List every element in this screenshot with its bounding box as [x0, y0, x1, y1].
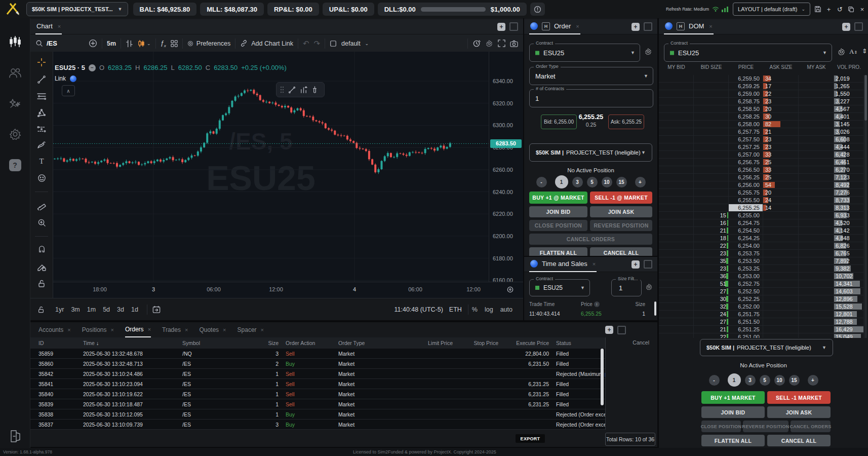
- range-5d[interactable]: 5d: [103, 306, 110, 313]
- my-bid-cell[interactable]: [659, 326, 694, 333]
- qty-preset-1[interactable]: 1: [555, 175, 568, 188]
- my-ask-cell[interactable]: [799, 280, 834, 287]
- cancel-all-button[interactable]: CANCEL ALL: [590, 247, 652, 256]
- ask-size-cell[interactable]: 25: [763, 174, 799, 181]
- close-icon[interactable]: ×: [148, 326, 151, 332]
- bid-size-cell[interactable]: 16: [694, 219, 729, 226]
- ask-size-cell[interactable]: 20: [763, 189, 799, 196]
- ladder-row[interactable]: 6,259.25171,265: [659, 83, 864, 90]
- sell-market-button[interactable]: SELL -1 @ MARKET: [590, 192, 652, 204]
- buy-market-button[interactable]: BUY +1 @ MARKET: [529, 192, 587, 204]
- ask-size-cell[interactable]: 17: [763, 83, 799, 90]
- ladder-row[interactable]: 6,255.50248,733: [659, 197, 864, 204]
- ladder-row[interactable]: 366,253.0010,702: [659, 273, 864, 280]
- orders-col-status[interactable]: Status: [556, 340, 605, 346]
- compare-add-button[interactable]: [89, 39, 97, 48]
- tab-accounts[interactable]: Accounts×: [38, 322, 71, 337]
- my-bid-cell[interactable]: [659, 333, 694, 338]
- bars-pattern-icon[interactable]: [300, 86, 307, 94]
- my-ask-cell[interactable]: [799, 318, 834, 325]
- my-bid-cell[interactable]: [659, 98, 694, 105]
- ask-size-cell[interactable]: [763, 212, 799, 219]
- my-ask-cell[interactable]: [799, 333, 834, 338]
- qty-preset--[interactable]: -: [536, 177, 547, 187]
- order-row[interactable]: 358372025-06-30 13:10:09.739/ES3BuyMarke…: [30, 420, 605, 430]
- close-icon[interactable]: ×: [67, 327, 70, 333]
- ladder-row[interactable]: 6,256.00548,492: [659, 181, 864, 189]
- my-bid-cell[interactable]: [659, 105, 694, 112]
- ladder-row[interactable]: 216,251.2516,429: [659, 326, 864, 333]
- orders-scrollbar[interactable]: [601, 349, 604, 405]
- price-cell[interactable]: 6,257.75: [729, 128, 763, 135]
- features-nav-icon[interactable]: [9, 97, 22, 109]
- ladder-row[interactable]: 226,254.006,826: [659, 242, 864, 250]
- close-position-button[interactable]: CLOSE POSITION: [701, 421, 741, 432]
- qty-preset-5[interactable]: 5: [587, 177, 598, 187]
- reverse-position-button[interactable]: REVERSE POSITION: [590, 220, 652, 231]
- ladder-row[interactable]: 6,255.25148,313: [659, 204, 864, 212]
- bid-size-cell[interactable]: 21: [694, 326, 729, 333]
- tab-order[interactable]: H Order ×: [529, 19, 580, 34]
- close-icon[interactable]: ×: [576, 23, 579, 29]
- my-ask-cell[interactable]: [799, 159, 834, 166]
- bid-size-cell[interactable]: [694, 204, 729, 211]
- ladder-row[interactable]: 6,257.50236,608: [659, 136, 864, 143]
- ask-size-cell[interactable]: 23: [763, 143, 799, 150]
- orders-col-stop-price[interactable]: Stop Price: [460, 340, 505, 346]
- qty-preset-15[interactable]: 15: [789, 375, 800, 386]
- help-nav-icon[interactable]: ?: [9, 159, 21, 171]
- price-cell[interactable]: 6,259.50: [729, 75, 763, 82]
- order-row[interactable]: 358422025-06-30 13:10:24.486/ES1SellMark…: [30, 369, 605, 379]
- my-bid-cell[interactable]: [659, 166, 694, 173]
- my-ask-cell[interactable]: [799, 181, 834, 188]
- bid-size-cell[interactable]: [694, 90, 729, 97]
- buy-market-button[interactable]: BUY +1 MARKET: [701, 391, 765, 404]
- alert-clock-button[interactable]: [472, 40, 481, 48]
- dom-settings-icon[interactable]: [837, 48, 846, 56]
- ladder-row[interactable]: 6,258.25304,401: [659, 113, 864, 121]
- add-panel-button[interactable]: +: [497, 23, 505, 31]
- center-ladder-icon[interactable]: ⇕: [862, 48, 867, 55]
- preferences-button[interactable]: Preferences: [187, 40, 230, 47]
- my-bid-cell[interactable]: [659, 174, 694, 181]
- ask-size-cell[interactable]: [763, 235, 799, 242]
- ask-size-cell[interactable]: [763, 303, 799, 310]
- close-layout-button[interactable]: ×: [858, 6, 866, 13]
- tab-orders[interactable]: Orders×: [125, 322, 151, 337]
- my-bid-cell[interactable]: [659, 197, 694, 204]
- ladder-row[interactable]: 6,257.75213,026: [659, 128, 864, 136]
- bid-size-cell[interactable]: 24: [694, 311, 729, 318]
- info-button[interactable]: [530, 3, 545, 16]
- ask-size-cell[interactable]: [763, 219, 799, 226]
- ask-size-cell[interactable]: [763, 326, 799, 333]
- charts-nav-icon[interactable]: [9, 35, 22, 49]
- price-cell[interactable]: 6,255.75: [729, 189, 763, 196]
- close-icon[interactable]: ×: [223, 327, 226, 333]
- scale-log[interactable]: log: [485, 306, 493, 313]
- my-ask-cell[interactable]: [799, 219, 834, 226]
- cancel-orders-button[interactable]: CANCEL ORDERS: [529, 234, 652, 245]
- price-cell[interactable]: 6,253.25: [729, 265, 763, 272]
- range-3d[interactable]: 3d: [117, 306, 124, 313]
- ask-size-cell[interactable]: 34: [763, 75, 799, 82]
- screenshot-button[interactable]: [510, 40, 518, 47]
- bid-size-cell[interactable]: 27: [694, 318, 729, 325]
- undo-button[interactable]: ↶: [303, 39, 309, 48]
- ask-size-cell[interactable]: [763, 265, 799, 272]
- clock-display[interactable]: 11:40:48 (UTC-5): [394, 306, 443, 313]
- price-cell[interactable]: 6,254.75: [729, 219, 763, 226]
- my-ask-cell[interactable]: [799, 295, 834, 302]
- chart-settings-button[interactable]: [485, 40, 493, 48]
- bid-size-cell[interactable]: 22: [694, 333, 729, 338]
- ladder-row[interactable]: 226,251.0015,049: [659, 333, 864, 338]
- order-row[interactable]: 358412025-06-30 13:10:23.094/ES1SellMark…: [30, 379, 605, 389]
- ladder-row[interactable]: 156,255.006,933: [659, 212, 864, 219]
- add-chart-link-button[interactable]: Add Chart Link: [240, 40, 293, 47]
- my-bid-cell[interactable]: [659, 311, 694, 318]
- range-1yr[interactable]: 1yr: [55, 306, 64, 313]
- lock-open-icon[interactable]: [37, 279, 46, 288]
- ladder-row[interactable]: 6,258.00823,145: [659, 121, 864, 128]
- link-group-icon[interactable]: [530, 22, 538, 30]
- bid-size-cell[interactable]: [694, 128, 729, 135]
- ask-size-cell[interactable]: 33: [763, 151, 799, 158]
